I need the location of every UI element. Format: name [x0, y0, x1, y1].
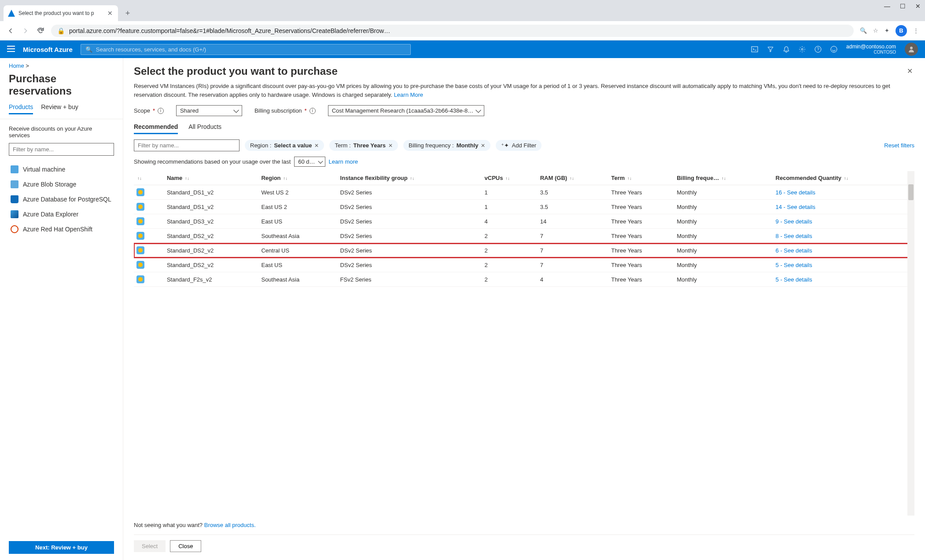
col-region[interactable]: Region ↑↓	[258, 171, 337, 185]
see-details-link[interactable]: 16 - See details	[776, 189, 815, 196]
add-filter-button[interactable]: ⁺✦ Add Filter	[496, 140, 542, 151]
usage-period-dropdown[interactable]: 60 d…	[294, 157, 325, 167]
filter-pill-region[interactable]: Region : Select a value ✕	[245, 140, 324, 151]
table-row[interactable]: Standard_DS3_v2East USDSv2 Series414Thre…	[134, 214, 914, 229]
see-details-link[interactable]: 14 - See details	[776, 204, 815, 210]
service-item[interactable]: Virtual machine	[9, 162, 114, 177]
new-tab-button[interactable]: +	[122, 7, 134, 19]
info-icon[interactable]: i	[310, 108, 316, 114]
reload-icon[interactable]	[36, 26, 45, 35]
forward-icon[interactable]	[21, 26, 30, 35]
table-row[interactable]: Standard_DS2_v2Central USDSv2 Series27Th…	[134, 243, 914, 258]
extensions-icon[interactable]: ✦	[884, 27, 889, 34]
address-bar[interactable]: 🔒 portal.azure.com/?feature.customportal…	[51, 25, 854, 37]
product-blade: Select the product you want to purchase …	[123, 58, 925, 560]
vm-instance-icon	[136, 217, 144, 225]
breadcrumb-home[interactable]: Home	[9, 62, 24, 69]
col-term[interactable]: Term ↑↓	[608, 171, 674, 185]
remove-filter-icon[interactable]: ✕	[314, 143, 319, 149]
cell-name: Standard_DS2_v2	[164, 258, 259, 272]
account-info[interactable]: admin@contoso.com CONTOSO	[846, 44, 896, 55]
azure-favicon-icon	[8, 10, 15, 17]
table-row[interactable]: Standard_DS1_v2West US 2DSv2 Series13.5T…	[134, 185, 914, 200]
reset-filters-link[interactable]: Reset filters	[884, 142, 914, 149]
back-icon[interactable]	[6, 26, 15, 35]
feedback-icon[interactable]	[830, 46, 837, 53]
cell-vcpu: 2	[482, 229, 538, 243]
blob-icon	[11, 180, 18, 188]
close-window-icon[interactable]: ✕	[915, 3, 921, 10]
col-sort-icon[interactable]: ↑↓	[134, 171, 164, 185]
cell-term: Three Years	[608, 272, 674, 287]
remove-filter-icon[interactable]: ✕	[481, 143, 485, 149]
service-item[interactable]: Azure Database for PostgreSQL	[9, 192, 114, 207]
close-button[interactable]: Close	[170, 540, 201, 552]
product-name-filter-input[interactable]	[134, 139, 240, 151]
cell-region: East US	[258, 258, 337, 272]
browse-all-products-link[interactable]: Browse all products.	[204, 522, 256, 528]
filter-pill-term[interactable]: Term : Three Years ✕	[329, 140, 398, 151]
service-item[interactable]: Azure Data Explorer	[9, 207, 114, 222]
scrollbar[interactable]	[907, 171, 914, 516]
settings-gear-icon[interactable]	[799, 46, 806, 53]
tab-products[interactable]: Products	[9, 103, 33, 114]
usage-note: Showing recommendations based on your us…	[134, 158, 291, 165]
tenant-name: CONTOSO	[846, 50, 896, 55]
see-details-link[interactable]: 8 - See details	[776, 233, 812, 239]
learn-more-link[interactable]: Learn More	[394, 92, 423, 98]
browser-tab[interactable]: Select the product you want to p ✕	[4, 5, 118, 21]
azure-search-input[interactable]	[96, 46, 406, 53]
close-blade-icon[interactable]: ✕	[905, 65, 914, 77]
col-name[interactable]: Name ↑↓	[164, 171, 259, 185]
billing-subscription-dropdown[interactable]: Cost Management Research (1caaa5a3-2b66-…	[328, 105, 485, 116]
cell-name: Standard_DS2_v2	[164, 243, 259, 258]
tab-review-buy[interactable]: Review + buy	[41, 103, 78, 114]
help-icon[interactable]	[814, 46, 822, 53]
table-row[interactable]: Standard_DS2_v2Southeast AsiaDSv2 Series…	[134, 229, 914, 243]
minimize-icon[interactable]: —	[884, 3, 890, 10]
hamburger-menu-icon[interactable]	[7, 46, 15, 53]
scrollbar-thumb[interactable]	[908, 184, 914, 200]
table-row[interactable]: Standard_DS1_v2East US 2DSv2 Series13.5T…	[134, 200, 914, 214]
service-item[interactable]: Azure Blob Storage	[9, 177, 114, 192]
select-button[interactable]: Select	[134, 540, 166, 552]
search-icon[interactable]: 🔍	[860, 27, 867, 34]
cell-vcpu: 1	[482, 200, 538, 214]
col-vcpu[interactable]: vCPUs ↑↓	[482, 171, 538, 185]
see-details-link[interactable]: 5 - See details	[776, 262, 812, 268]
scope-dropdown[interactable]: Shared	[176, 105, 242, 116]
profile-avatar[interactable]: B	[896, 25, 907, 37]
maximize-icon[interactable]: ☐	[900, 3, 906, 10]
account-avatar-icon[interactable]	[905, 43, 918, 56]
see-details-link[interactable]: 5 - See details	[776, 276, 812, 283]
left-filter-input[interactable]	[9, 143, 114, 156]
see-details-link[interactable]: 6 - See details	[776, 247, 812, 254]
remove-filter-icon[interactable]: ✕	[388, 143, 393, 149]
next-review-buy-button[interactable]: Next: Review + buy	[9, 541, 114, 554]
filter-pill-billing-frequency[interactable]: Billing frequency : Monthly ✕	[403, 140, 490, 151]
col-flex[interactable]: Instance flexibility group ↑↓	[338, 171, 482, 185]
see-details-link[interactable]: 9 - See details	[776, 218, 812, 225]
star-icon[interactable]: ☆	[873, 27, 878, 34]
discount-note: Receive discounts on your Azure services	[0, 119, 123, 143]
vm-instance-icon	[136, 275, 144, 283]
usage-learn-more-link[interactable]: Learn more	[329, 158, 358, 165]
table-row[interactable]: Standard_F2s_v2Southeast AsiaFSv2 Series…	[134, 272, 914, 287]
close-tab-icon[interactable]: ✕	[107, 10, 114, 17]
azure-search-box[interactable]: 🔍	[81, 44, 411, 55]
col-freq[interactable]: Billing freque… ↑↓	[674, 171, 773, 185]
azure-brand[interactable]: Microsoft Azure	[23, 46, 73, 53]
notifications-icon[interactable]	[783, 46, 790, 53]
table-row[interactable]: Standard_DS2_v2East USDSv2 Series27Three…	[134, 258, 914, 272]
service-item[interactable]: Azure Red Hat OpenShift	[9, 222, 114, 237]
service-label: Virtual machine	[23, 166, 65, 173]
col-ram[interactable]: RAM (GB) ↑↓	[538, 171, 608, 185]
filter-icon[interactable]	[767, 46, 774, 53]
info-icon[interactable]: i	[158, 108, 164, 114]
kebab-menu-icon[interactable]: ⋮	[913, 27, 919, 34]
col-qty[interactable]: Recommended Quantity ↑↓	[773, 171, 914, 185]
cell-vcpu: 2	[482, 258, 538, 272]
cloud-shell-icon[interactable]	[751, 46, 758, 53]
tab-recommended[interactable]: Recommended	[134, 123, 178, 134]
tab-all-products[interactable]: All Products	[188, 123, 221, 134]
